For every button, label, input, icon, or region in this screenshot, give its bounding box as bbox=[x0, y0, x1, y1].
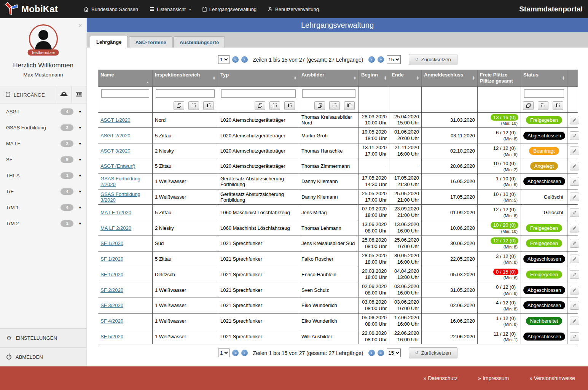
edit-button[interactable] bbox=[570, 162, 579, 170]
sidebar-item[interactable]: TrM 1 4 ▾ bbox=[0, 199, 86, 215]
sidebar-item[interactable]: ASGT 4 ▾ bbox=[0, 103, 86, 119]
helmet-filter-button[interactable] bbox=[56, 86, 71, 103]
footer-link-impressum[interactable]: » Impressum bbox=[478, 375, 509, 381]
edit-button[interactable] bbox=[570, 286, 579, 294]
filter-contains-button[interactable] bbox=[269, 101, 280, 110]
building-filter-button[interactable] bbox=[71, 86, 86, 103]
reset-button[interactable]: ↺ Zurücksetzen bbox=[409, 54, 457, 65]
filter-input-typ[interactable] bbox=[221, 89, 296, 98]
first-page-button[interactable]: « bbox=[232, 350, 239, 356]
edit-button[interactable] bbox=[570, 239, 579, 248]
per-page-select[interactable]: 15 bbox=[387, 55, 401, 64]
filter-input-inspektionsbereich[interactable] bbox=[156, 89, 215, 98]
edit-button[interactable] bbox=[570, 317, 579, 325]
filter-startswith-button[interactable] bbox=[284, 101, 295, 110]
sidebar-item[interactable]: TrF 4 ▾ bbox=[0, 183, 86, 199]
course-link[interactable]: MA LF 2/2020 bbox=[100, 225, 131, 231]
sidebar-close-icon[interactable]: × bbox=[78, 22, 82, 29]
course-link[interactable]: SF 1/2020 bbox=[100, 240, 123, 246]
course-link[interactable]: GSAS Fortbildung 3/2020 bbox=[100, 191, 140, 203]
course-link[interactable]: SF 1/2020 bbox=[100, 272, 123, 277]
edit-button[interactable] bbox=[570, 193, 579, 201]
edit-button[interactable] bbox=[570, 255, 579, 263]
prev-page-button[interactable]: ‹ bbox=[241, 56, 248, 63]
column-header-inspektionsbereich[interactable]: Inspektionsbereich▲▼ bbox=[153, 70, 218, 87]
sidebar-item[interactable]: THL A 1 ▾ bbox=[0, 167, 86, 183]
filter-input-ausbilder[interactable] bbox=[302, 89, 355, 98]
edit-button[interactable] bbox=[570, 208, 579, 217]
course-link[interactable]: SF 5/2020 bbox=[100, 334, 123, 339]
filter-startswith-button[interactable] bbox=[203, 101, 214, 110]
filter-contains-button[interactable] bbox=[329, 101, 340, 110]
tab-lehrgaenge[interactable]: Lehrgänge bbox=[90, 36, 128, 48]
per-page-select[interactable]: 15 bbox=[387, 349, 401, 357]
page-select[interactable]: 1 bbox=[218, 55, 229, 64]
course-link[interactable]: SF 1/2020 bbox=[100, 256, 123, 262]
edit-button[interactable] bbox=[570, 270, 579, 279]
prev-page-button[interactable]: ‹ bbox=[241, 350, 248, 356]
edit-button[interactable] bbox=[570, 116, 579, 124]
course-link[interactable]: GSAS Fortbildung 2/2020 bbox=[100, 176, 140, 187]
edit-button[interactable] bbox=[570, 332, 579, 341]
course-link[interactable]: SF 4/2020 bbox=[100, 318, 123, 324]
filter-exact-button[interactable] bbox=[174, 101, 184, 110]
chevron-down-icon[interactable]: ▾ bbox=[79, 221, 81, 226]
column-header-ausbilder[interactable]: Ausbilder▲▼ bbox=[299, 70, 359, 87]
chevron-down-icon[interactable]: ▾ bbox=[79, 173, 81, 178]
filter-input-status[interactable] bbox=[524, 89, 564, 98]
tab-ausbildungsorte[interactable]: Ausbildungsorte bbox=[174, 37, 225, 48]
column-header-anmeldeschluss[interactable]: Anmeldeschluss▲▼ bbox=[422, 70, 478, 87]
filter-input-name[interactable] bbox=[101, 89, 149, 98]
edit-button[interactable] bbox=[570, 131, 579, 140]
filter-exact-button[interactable] bbox=[314, 101, 325, 110]
course-link[interactable]: ASGT (Entwurf) bbox=[100, 163, 135, 169]
chevron-down-icon[interactable]: ▾ bbox=[79, 189, 81, 194]
course-link[interactable]: ASGT 3/2020 bbox=[100, 148, 131, 154]
sidebar-item[interactable]: SF 9 ▾ bbox=[0, 151, 86, 167]
last-page-button[interactable]: » bbox=[378, 56, 384, 63]
reset-button[interactable]: ↺ Zurücksetzen bbox=[409, 347, 457, 358]
last-page-button[interactable]: » bbox=[378, 350, 384, 356]
filter-exact-button[interactable] bbox=[523, 101, 534, 110]
sidebar-item-einstellungen[interactable]: ⚙ EINSTELLUNGEN bbox=[0, 328, 86, 347]
edit-button[interactable] bbox=[570, 301, 579, 310]
filter-exact-button[interactable] bbox=[255, 101, 265, 110]
page-select[interactable]: 1 bbox=[218, 349, 229, 357]
edit-button[interactable] bbox=[570, 146, 579, 155]
chevron-down-icon[interactable]: ▾ bbox=[79, 125, 81, 130]
sidebar-item[interactable]: GSAS Fortbildung 2 ▾ bbox=[0, 119, 86, 135]
course-link[interactable]: ASGT 1/2020 bbox=[100, 117, 131, 123]
edit-button[interactable] bbox=[570, 177, 579, 186]
nav-item-listenansicht[interactable]: Listenansicht ▾ bbox=[150, 6, 191, 12]
course-link[interactable]: ASGT 2/2020 bbox=[100, 133, 131, 138]
course-link[interactable]: MA LF 1/2020 bbox=[100, 210, 131, 215]
course-link[interactable]: SF 3/2020 bbox=[100, 302, 123, 308]
first-page-button[interactable]: « bbox=[232, 56, 239, 63]
column-header-beginn[interactable]: Beginn▲▼ bbox=[359, 70, 389, 87]
column-header-typ[interactable]: Typ▲▼ bbox=[218, 70, 299, 87]
sidebar-item[interactable]: MA LF 2 ▾ bbox=[0, 135, 86, 151]
footer-link-datenschutz[interactable]: » Datenschutz bbox=[424, 375, 458, 381]
filter-startswith-button[interactable] bbox=[553, 101, 563, 110]
nav-item-benutzerverwaltung[interactable]: Benutzerverwaltung bbox=[268, 6, 319, 12]
nav-item-bundesland-sachsen[interactable]: Bundesland Sachsen bbox=[84, 6, 138, 12]
column-header-status[interactable]: Status▲▼ bbox=[521, 70, 567, 87]
tab-asue-termine[interactable]: ASÜ-Termine bbox=[129, 37, 172, 48]
next-page-button[interactable]: › bbox=[368, 56, 375, 63]
sidebar-section-label[interactable]: LEHRGÄNGE bbox=[0, 86, 56, 103]
course-link[interactable]: SF 2/2020 bbox=[100, 287, 123, 293]
next-page-button[interactable]: › bbox=[368, 350, 375, 356]
filter-startswith-button[interactable] bbox=[344, 101, 355, 110]
nav-item-lehrgangsverwaltung[interactable]: Lehrgangsverwaltung bbox=[202, 6, 257, 12]
column-header-name[interactable]: Name▲ bbox=[98, 70, 153, 87]
chevron-down-icon[interactable]: ▾ bbox=[79, 109, 81, 114]
chevron-down-icon[interactable]: ▾ bbox=[79, 157, 81, 162]
chevron-down-icon[interactable]: ▾ bbox=[79, 141, 81, 146]
filter-contains-button[interactable] bbox=[188, 101, 199, 110]
column-header-ende[interactable]: Ende▲▼ bbox=[389, 70, 422, 87]
filter-contains-button[interactable] bbox=[538, 101, 548, 110]
chevron-down-icon[interactable]: ▾ bbox=[79, 205, 81, 210]
sidebar-item-abmelden[interactable]: ABMELDEN bbox=[0, 347, 86, 366]
footer-link-versionshinweise[interactable]: » Versionshinweise bbox=[529, 375, 575, 381]
edit-button[interactable] bbox=[570, 224, 579, 232]
